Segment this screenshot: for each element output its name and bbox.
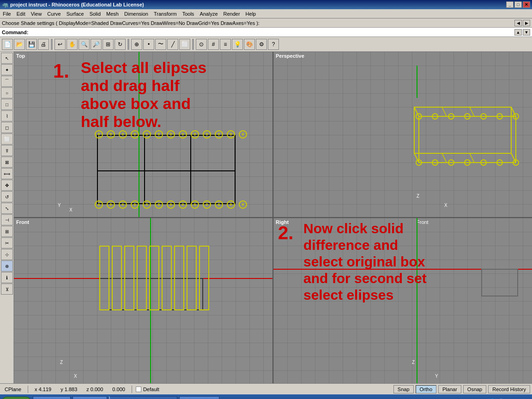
green-axis-v-persp (417, 66, 417, 98)
planar-btn[interactable]: Planar (438, 385, 461, 393)
tool-scale[interactable]: ⤡ (1, 203, 13, 214)
taskbar-utilities[interactable]: 📁 Utilities (73, 396, 107, 399)
print-btn[interactable]: 🖨 (38, 39, 49, 50)
curve-btn[interactable]: 〜 (155, 39, 166, 50)
command-status-scroll[interactable]: ◀ ▶ (514, 20, 530, 26)
svg-line-7 (470, 107, 474, 116)
cmd-scroll-down[interactable]: ▼ (523, 29, 530, 36)
tool-mirror[interactable]: ⊣ (1, 214, 13, 225)
light-btn[interactable]: 💡 (232, 39, 243, 50)
menu-transform[interactable]: Transform (151, 10, 180, 18)
new-doc-btn[interactable]: 📄 (2, 39, 13, 50)
tool-arrow[interactable]: ↖ (1, 53, 13, 64)
tool-misc[interactable]: ⊻ (1, 284, 13, 295)
tool-polyline[interactable]: ⌇ (1, 110, 13, 121)
zoom-in-btn[interactable]: 🔍 (79, 39, 90, 50)
viewport-right[interactable]: Right Front Z Y 2. Now click soliddiffer… (273, 218, 532, 383)
command-input[interactable] (30, 30, 514, 35)
viewport-perspective[interactable]: Perspective Z X (273, 52, 532, 217)
zoom-out-btn[interactable]: 🔎 (91, 39, 102, 50)
app-icon: 🦏 (2, 2, 8, 8)
cmd-scroll-up[interactable]: ▲ (514, 29, 522, 36)
maximize-btn[interactable]: □ (514, 1, 522, 8)
tool-snap2[interactable]: ⊹ (1, 249, 13, 260)
menu-view[interactable]: View (28, 10, 45, 18)
command-label: Command: (2, 30, 28, 35)
help-btn-icon[interactable]: ? (268, 39, 279, 50)
point-btn[interactable]: • (143, 39, 154, 50)
viewport-top-label: Top (16, 53, 25, 59)
open-btn[interactable]: 📂 (14, 39, 25, 50)
tool-solid[interactable]: ⬜ (1, 133, 13, 145)
tool-trim[interactable]: ✂ (1, 237, 13, 248)
snap-btn[interactable]: ⊙ (196, 39, 207, 50)
front-z-label: Z (60, 360, 63, 365)
zoom-all-btn[interactable]: ⊞ (103, 39, 114, 50)
ellipse-6 (155, 130, 163, 139)
menu-dimension[interactable]: Dimension (121, 10, 151, 18)
ellipse-5 (143, 130, 151, 139)
menu-edit[interactable]: Edit (14, 10, 28, 18)
menu-file[interactable]: File (0, 10, 14, 18)
yellow-bars-front (99, 246, 209, 310)
tool-mesh[interactable]: ⊠ (1, 157, 13, 168)
snap-btn-status[interactable]: Snap (393, 385, 414, 393)
ellipse-b10 (203, 200, 211, 209)
tool-dim[interactable]: ⟺ (1, 168, 13, 179)
minimize-btn[interactable]: _ (506, 1, 514, 8)
ortho-btn[interactable]: Ortho (416, 385, 437, 393)
taskbar-paint[interactable]: 🎨 19 - Paint (179, 396, 219, 399)
pan-btn[interactable]: ✋ (66, 39, 78, 50)
extra-val: 0.000 (109, 387, 128, 392)
command-line[interactable]: Command: ▲ ▼ (0, 28, 532, 37)
menu-solid[interactable]: Solid (87, 10, 103, 18)
persp-z-label: Z (417, 193, 419, 199)
taskbar-comtech[interactable]: 📁 comtech (33, 396, 71, 399)
tool-surface[interactable]: ◻ (1, 122, 13, 133)
taskbar-rhino[interactable]: 🦏 project instruct - Rhi... (109, 396, 177, 399)
menu-curve[interactable]: Curve (44, 10, 63, 18)
render-btn[interactable]: 🎨 (244, 39, 255, 50)
y-coord: y 1.883 (58, 387, 80, 392)
tool-array[interactable]: ⊞ (1, 226, 13, 237)
menu-surface[interactable]: Surface (64, 10, 87, 18)
undo-btn[interactable]: ↩ (54, 39, 66, 50)
viewport-top[interactable]: Top Y X (14, 52, 272, 217)
line-btn[interactable]: ╱ (167, 39, 178, 50)
tool-arc[interactable]: ⌒ (1, 76, 13, 87)
save-btn[interactable]: 💾 (26, 39, 37, 50)
title-text: project instruct - Rhinoceros (Education… (10, 2, 144, 7)
tool-point2[interactable]: ✦ (1, 64, 13, 75)
rotate-btn[interactable]: ↻ (115, 39, 126, 50)
tool-analyze[interactable]: ℹ (1, 272, 13, 283)
start-button[interactable]: ⊞ Start (2, 397, 31, 399)
menu-help[interactable]: Help (243, 10, 259, 18)
ellipse-2 (107, 130, 115, 139)
layer-btn[interactable]: ≡ (220, 39, 231, 50)
settings-btn[interactable]: ⚙ (256, 39, 267, 50)
close-btn[interactable]: ✕ (523, 1, 530, 8)
osnap-btn[interactable]: Osnap (463, 385, 486, 393)
viewports-container: Top Y X (14, 52, 532, 383)
title-bar-controls[interactable]: _ □ ✕ (506, 1, 530, 8)
grid-btn[interactable]: # (208, 39, 219, 50)
tool-deform[interactable]: ⥣ (1, 145, 13, 156)
select-btn[interactable]: ⊕ (131, 39, 142, 50)
scroll-right-btn[interactable]: ▶ (523, 20, 530, 26)
box-btn[interactable]: ⬜ (179, 39, 190, 50)
scroll-left-btn[interactable]: ◀ (514, 20, 522, 26)
menu-analyze[interactable]: Analyze (197, 10, 220, 18)
menu-tools[interactable]: Tools (180, 10, 197, 18)
ellipse-b13 (239, 200, 247, 209)
tool-move[interactable]: ✥ (1, 180, 13, 191)
tool-boolean[interactable]: ⊕ (1, 260, 13, 272)
record-history-btn[interactable]: Record History (488, 385, 530, 393)
tool-rect[interactable]: □ (1, 99, 13, 110)
menu-mesh[interactable]: Mesh (103, 10, 121, 18)
viewport-front[interactable]: Front Z X (14, 218, 272, 383)
inner-line-v2 (190, 136, 191, 203)
menu-render[interactable]: Render (221, 10, 243, 18)
tool-circle[interactable]: ○ (1, 87, 13, 98)
3d-object (410, 98, 525, 191)
tool-rotate[interactable]: ↺ (1, 191, 13, 202)
